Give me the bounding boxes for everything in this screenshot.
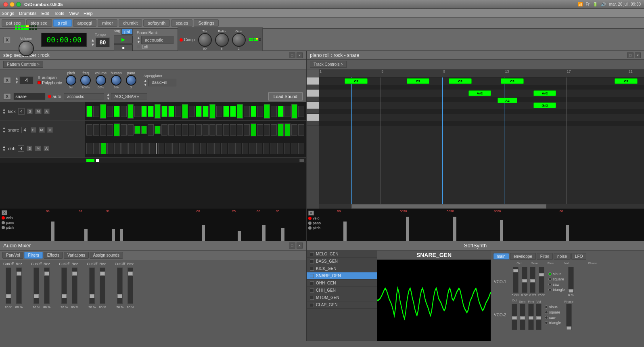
step[interactable] bbox=[257, 106, 263, 117]
step[interactable] bbox=[251, 123, 257, 136]
rez-fader-3[interactable] bbox=[72, 268, 77, 304]
step[interactable] bbox=[228, 143, 234, 154]
mixer-close-btn[interactable]: × bbox=[297, 242, 303, 249]
step[interactable] bbox=[284, 123, 291, 136]
key-as2[interactable] bbox=[307, 90, 319, 97]
pr-note-c3-3[interactable]: C3 bbox=[449, 78, 471, 84]
step[interactable] bbox=[221, 143, 227, 154]
stop-btn[interactable]: ■ bbox=[114, 44, 133, 51]
vco2-oct-fader[interactable] bbox=[512, 304, 517, 330]
gen-chh-check[interactable] bbox=[310, 288, 314, 293]
vol-knob[interactable] bbox=[96, 75, 106, 86]
step[interactable] bbox=[155, 104, 161, 119]
cutoff-fader-3[interactable] bbox=[61, 268, 67, 304]
vco1-fine-thumb[interactable] bbox=[530, 279, 535, 282]
min-btn[interactable] bbox=[10, 2, 15, 7]
pr-note-a2[interactable]: A2 bbox=[498, 98, 517, 103]
pattern-controls-btn[interactable]: Pattern Controls > bbox=[3, 61, 43, 68]
cutoff-fader-2[interactable] bbox=[33, 268, 39, 304]
ohh-s-btn[interactable]: S bbox=[27, 146, 32, 151]
step[interactable] bbox=[134, 126, 140, 134]
gen-clap-check[interactable] bbox=[310, 303, 314, 307]
rez-thumb-1[interactable] bbox=[17, 272, 21, 276]
vco1-fine-fader[interactable] bbox=[530, 267, 535, 293]
step[interactable] bbox=[114, 123, 120, 136]
gen-mtom[interactable]: MTOM_GEN bbox=[307, 294, 377, 301]
step[interactable] bbox=[263, 143, 269, 154]
step-seq-close-btn[interactable]: × bbox=[297, 52, 303, 58]
vel-bar[interactable] bbox=[238, 231, 241, 241]
tab-scales[interactable]: scales bbox=[171, 19, 192, 27]
step[interactable] bbox=[135, 143, 141, 154]
step[interactable] bbox=[291, 124, 297, 136]
step[interactable] bbox=[141, 106, 147, 117]
num-down[interactable]: ▼ bbox=[15, 80, 19, 84]
pat-btn[interactable]: pat bbox=[121, 29, 133, 35]
tab-panvol[interactable]: Pan/Vol bbox=[2, 252, 23, 259]
max-btn[interactable] bbox=[16, 2, 21, 7]
step[interactable] bbox=[256, 143, 262, 154]
preset-arrows[interactable]: ▲ ▼ bbox=[107, 92, 110, 100]
gen-melo-check[interactable] bbox=[310, 252, 314, 256]
cutoff-thumb-1[interactable] bbox=[6, 294, 11, 298]
step[interactable] bbox=[237, 104, 243, 119]
key-g2[interactable] bbox=[307, 109, 319, 114]
step[interactable] bbox=[203, 106, 209, 117]
step[interactable] bbox=[165, 143, 171, 154]
vco2-triangle-btn[interactable] bbox=[545, 321, 548, 324]
step[interactable] bbox=[156, 143, 157, 154]
cutoff-thumb-4[interactable] bbox=[90, 294, 94, 298]
vco1-semi-thumb[interactable] bbox=[522, 279, 527, 282]
arpeggiator-value[interactable]: BasicFill bbox=[148, 79, 176, 86]
vel-bar[interactable] bbox=[120, 229, 123, 241]
gen-snare-check[interactable] bbox=[310, 274, 314, 278]
step[interactable] bbox=[242, 143, 248, 154]
key-b2[interactable] bbox=[307, 85, 319, 90]
pano-knob[interactable] bbox=[126, 75, 136, 86]
gen-mtom-check[interactable] bbox=[310, 296, 314, 300]
track-controls-btn[interactable]: Track Controls > bbox=[310, 61, 347, 68]
synth-tab-main[interactable]: main bbox=[493, 253, 509, 260]
tab-drumkit[interactable]: drumkit bbox=[119, 19, 142, 27]
vco2-oct-thumb[interactable] bbox=[512, 316, 517, 320]
step[interactable] bbox=[216, 124, 222, 136]
vco2-vol-fader[interactable] bbox=[536, 304, 542, 330]
vco2-fine-fader[interactable] bbox=[528, 304, 534, 330]
vco1-saw-btn[interactable] bbox=[548, 283, 552, 286]
step[interactable] bbox=[128, 104, 134, 119]
thr-knob[interactable] bbox=[198, 33, 212, 47]
synth-tab-noise[interactable]: noise bbox=[554, 253, 571, 260]
gen-ohh[interactable]: OHH_GEN bbox=[307, 280, 377, 287]
gain-knob[interactable] bbox=[232, 33, 246, 47]
menu-drumkits[interactable]: Drumkits bbox=[19, 11, 36, 16]
step[interactable] bbox=[86, 106, 92, 117]
step[interactable] bbox=[223, 124, 229, 136]
step[interactable] bbox=[200, 143, 206, 154]
num-value[interactable]: 4 bbox=[19, 76, 33, 84]
tempo-up[interactable]: ▲ bbox=[91, 38, 95, 42]
ohh-arrows[interactable]: ▲▼ bbox=[2, 145, 6, 152]
tempo-down[interactable]: ▼ bbox=[91, 42, 95, 47]
step[interactable] bbox=[182, 124, 188, 136]
step[interactable] bbox=[278, 106, 284, 117]
step[interactable] bbox=[86, 143, 92, 154]
cutoff-thumb-5[interactable] bbox=[117, 294, 122, 298]
step[interactable] bbox=[216, 106, 222, 117]
pr-note-c3-2[interactable]: C3 bbox=[407, 78, 429, 84]
vel-bar[interactable] bbox=[566, 225, 569, 241]
soundbank-value[interactable]: accoustic bbox=[141, 36, 174, 44]
cutoff-thumb-2[interactable] bbox=[34, 294, 39, 298]
pr-grid[interactable]: C3 C3 C3 C3 C3 A#2 A#2 A2 G#2 bbox=[319, 77, 644, 204]
num-up[interactable]: ▲ bbox=[15, 76, 19, 80]
rez-fader-5[interactable] bbox=[128, 268, 133, 304]
step[interactable] bbox=[230, 106, 236, 117]
volume-knob[interactable] bbox=[19, 41, 34, 56]
arp-arrows[interactable]: ▲ ▼ bbox=[144, 79, 147, 87]
vco2-semi-thumb[interactable] bbox=[520, 316, 525, 320]
tab-mixer[interactable]: mixer bbox=[98, 19, 117, 27]
vel-bar[interactable] bbox=[453, 217, 456, 241]
gen-kick[interactable]: KICK_GEN bbox=[307, 265, 377, 272]
step[interactable] bbox=[93, 106, 99, 117]
vco2-sinus-btn[interactable] bbox=[545, 305, 548, 309]
step[interactable] bbox=[172, 143, 178, 154]
